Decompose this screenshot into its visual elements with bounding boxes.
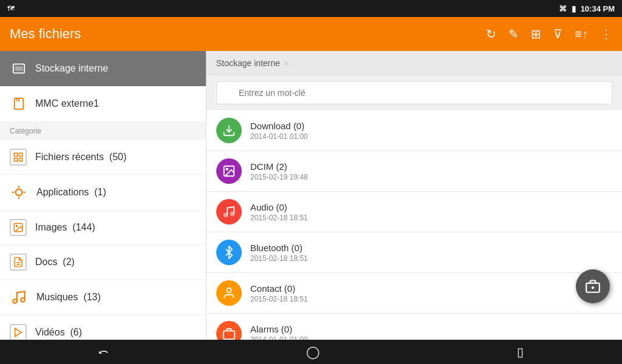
apps-label: Applications (1) <box>36 187 106 198</box>
sidebar-item-recent[interactable]: Fichiers récents (50) <box>0 140 206 175</box>
recents-button[interactable]: ▯ <box>517 345 524 359</box>
contact-folder-icon <box>216 280 242 306</box>
file-item-bluetooth[interactable]: Bluetooth (0) 2015-02-18 18:51 <box>207 232 622 273</box>
bluetooth-folder-icon <box>216 240 242 265</box>
sort-icon[interactable]: ≡↑ <box>575 27 588 41</box>
file-item-dcim[interactable]: DCIM (2) 2015-02-19 19:48 <box>207 151 622 192</box>
category-section-label: Catégorie <box>0 122 206 140</box>
content-area: Stockage interne › ☌ Download (0) 2014-0… <box>207 51 622 340</box>
app-icons: 🗺 <box>7 4 15 13</box>
svg-rect-5 <box>14 153 17 156</box>
alarms-date: 2014-01-01 01:00 <box>250 335 612 340</box>
contact-name: Contact (0) <box>250 283 612 294</box>
battery-icon: ▮ <box>572 4 576 13</box>
download-date: 2014-01-01 01:00 <box>250 132 612 141</box>
bluetooth-date: 2015-02-18 18:51 <box>250 254 612 263</box>
breadcrumb: Stockage interne › <box>207 51 622 75</box>
file-list: Download (0) 2014-01-01 01:00 DCIM (2) 2… <box>207 110 622 340</box>
svg-point-15 <box>21 298 25 302</box>
sidebar-item-internal-storage[interactable]: Stockage interne <box>0 51 206 86</box>
svg-point-14 <box>13 299 17 303</box>
bluetooth-info: Bluetooth (0) 2015-02-18 18:51 <box>250 243 612 263</box>
download-info: Download (0) 2014-01-01 01:00 <box>250 121 612 141</box>
home-button[interactable]: ◯ <box>306 345 320 359</box>
sidebar-item-videos[interactable]: Vidéos (6) <box>0 315 206 340</box>
svg-marker-16 <box>15 328 22 337</box>
alarms-folder-icon <box>216 321 242 340</box>
dcim-date: 2015-02-19 19:48 <box>250 173 612 181</box>
storage-icon <box>10 59 28 78</box>
add-folder-icon[interactable]: ⊞ <box>531 27 541 41</box>
breadcrumb-arrow: › <box>285 58 288 68</box>
download-folder-icon <box>216 118 242 143</box>
audio-info: Audio (0) 2015-02-18 18:51 <box>250 202 612 222</box>
audio-name: Audio (0) <box>250 202 612 212</box>
clock: 10:34 PM <box>581 4 615 13</box>
svg-point-21 <box>224 214 228 217</box>
audio-date: 2015-02-18 18:51 <box>250 214 612 222</box>
images-icon <box>10 219 27 236</box>
bottom-navigation: ⤺ ◯ ▯ <box>0 340 622 364</box>
status-bar: 🗺 ⌘ ▮ 10:34 PM <box>0 0 622 17</box>
svg-rect-7 <box>14 158 17 161</box>
alarms-name: Alarms (0) <box>250 324 612 334</box>
dcim-name: DCIM (2) <box>250 161 612 172</box>
bluetooth-name: Bluetooth (0) <box>250 243 612 253</box>
more-icon[interactable]: ⋮ <box>600 27 612 41</box>
filter-icon[interactable]: ⊽ <box>553 27 562 41</box>
music-label: Musiques (13) <box>36 292 101 303</box>
search-input[interactable] <box>216 81 612 104</box>
internal-storage-label: Stockage interne <box>35 63 108 74</box>
breadcrumb-text: Stockage interne <box>216 58 280 68</box>
status-bar-right: ⌘ ▮ 10:34 PM <box>559 4 615 13</box>
fab-button[interactable] <box>576 269 610 303</box>
sidebar: Stockage interne MMC externe1 Catégorie … <box>0 51 207 340</box>
svg-rect-6 <box>19 153 22 156</box>
page-title: Mes fichiers <box>10 26 81 42</box>
sidebar-item-docs[interactable]: Docs (2) <box>0 245 206 280</box>
header-actions: ↻ ✎ ⊞ ⊽ ≡↑ ⋮ <box>486 27 612 41</box>
svg-point-11 <box>16 225 17 226</box>
download-name: Download (0) <box>250 121 612 131</box>
file-item-alarms[interactable]: Alarms (0) 2014-01-01 01:00 <box>207 314 622 340</box>
videos-label: Vidéos (6) <box>35 327 82 338</box>
refresh-icon[interactable]: ↻ <box>486 27 496 41</box>
wifi-icon: ⌘ <box>559 4 567 13</box>
search-wrapper: ☌ <box>216 81 612 104</box>
sidebar-item-music[interactable]: Musiques (13) <box>0 280 206 315</box>
status-bar-left: 🗺 <box>7 4 15 13</box>
mmc-label: MMC externe1 <box>35 98 99 109</box>
dcim-info: DCIM (2) 2015-02-19 19:48 <box>250 161 612 181</box>
recent-label: Fichiers récents (50) <box>35 152 126 163</box>
docs-label: Docs (2) <box>35 257 75 268</box>
contact-date: 2015-02-18 18:51 <box>250 295 612 303</box>
docs-icon <box>10 254 27 271</box>
sidebar-item-mmc[interactable]: MMC externe1 <box>0 86 206 122</box>
header: Mes fichiers ↻ ✎ ⊞ ⊽ ≡↑ ⋮ <box>0 17 622 51</box>
main-layout: Stockage interne MMC externe1 Catégorie … <box>0 51 622 340</box>
mmc-icon <box>10 95 28 113</box>
alarms-info: Alarms (0) 2014-01-01 01:00 <box>250 324 612 340</box>
svg-point-9 <box>16 189 22 196</box>
sidebar-item-apps[interactable]: Applications (1) <box>0 175 206 211</box>
file-item-audio[interactable]: Audio (0) 2015-02-18 18:51 <box>207 192 622 232</box>
svg-point-23 <box>227 288 231 292</box>
svg-rect-8 <box>19 158 22 161</box>
video-icon <box>10 324 27 340</box>
file-item-download[interactable]: Download (0) 2014-01-01 01:00 <box>207 110 622 151</box>
svg-rect-24 <box>224 331 234 339</box>
edit-icon[interactable]: ✎ <box>508 27 519 41</box>
back-button[interactable]: ⤺ <box>98 345 109 359</box>
svg-point-20 <box>226 168 228 170</box>
search-bar-container: ☌ <box>207 75 622 110</box>
svg-point-22 <box>231 212 234 216</box>
apps-icon <box>10 183 28 201</box>
recent-icon <box>10 149 27 166</box>
images-label: Images (144) <box>35 222 95 233</box>
contact-info: Contact (0) 2015-02-18 18:51 <box>250 283 612 303</box>
file-item-contact[interactable]: Contact (0) 2015-02-18 18:51 <box>207 273 622 314</box>
audio-folder-icon <box>216 199 242 224</box>
music-icon <box>10 288 28 306</box>
svg-rect-1 <box>15 66 23 70</box>
sidebar-item-images[interactable]: Images (144) <box>0 211 206 245</box>
